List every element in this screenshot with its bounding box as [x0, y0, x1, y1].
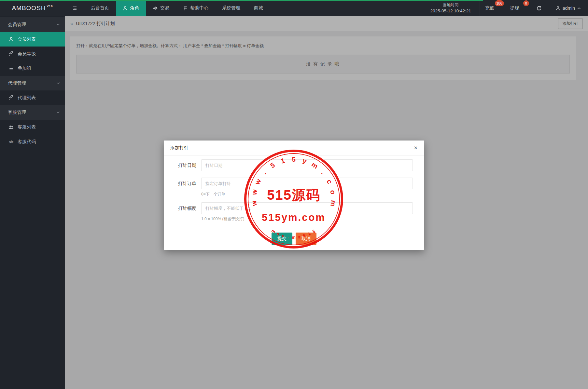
user-icon — [8, 37, 14, 42]
page-load-progress-bar — [0, 0, 483, 1]
sidebar-item-label: 会员列表 — [18, 36, 36, 42]
top-menu-label: 角色 — [130, 5, 139, 11]
sidebar-group-label: 会员管理 — [8, 22, 26, 28]
refresh-button[interactable] — [530, 0, 548, 16]
injection-date-label: 打针日期 — [169, 159, 196, 171]
form-row-rate: 打针幅度 1.0 = 100% (相当于没打) — [169, 202, 418, 222]
top-menu-item-home[interactable]: 后台首页 — [84, 0, 116, 16]
hamburger-icon — [72, 6, 77, 11]
chevron-down-icon — [56, 23, 60, 26]
top-menu-label: 商城 — [254, 5, 263, 11]
username: admin — [563, 6, 575, 11]
top-menu-label: 后台首页 — [91, 5, 109, 11]
sidebar-toggle-button[interactable] — [65, 0, 84, 16]
topbar: AMBOOSHV10 后台首页 角色 交易 帮助中心 — [0, 0, 588, 16]
sidebar-item-member-level[interactable]: 会员等级 — [0, 47, 65, 61]
sidebar-group-service-management[interactable]: 客服管理 — [0, 105, 65, 120]
sidebar-item-label: 代理列表 — [18, 95, 36, 101]
top-menu-item-roles[interactable]: 角色 — [116, 0, 146, 16]
flag-icon — [183, 6, 188, 11]
sidebar-item-label: 会员等级 — [18, 51, 36, 57]
sidebar-item-member-list[interactable]: 会员列表 — [0, 32, 65, 47]
injection-order-hint: 0=下一个订单 — [201, 192, 418, 197]
close-icon[interactable]: ✕ — [413, 145, 418, 150]
chevron-down-icon — [56, 111, 60, 114]
recharge-count-badge: 186 — [495, 0, 504, 6]
sidebar-group-agent-management[interactable]: 代理管理 — [0, 76, 65, 90]
scales-icon — [153, 6, 158, 11]
withdraw-count-badge: 0 — [523, 0, 529, 6]
layers-list-icon — [8, 66, 14, 71]
link-icon — [8, 51, 14, 56]
recharge-label: 充值 — [485, 5, 494, 11]
withdraw-label: 提现 — [510, 5, 519, 11]
top-menu-label: 系统管理 — [222, 5, 240, 11]
top-menu-item-help[interactable]: 帮助中心 — [176, 0, 215, 16]
topbar-right: 当地时间 2025-05-12 10:42:21 充值 186 提现 0 adm… — [422, 0, 588, 16]
recharge-menu-item[interactable]: 充值 186 — [480, 0, 505, 16]
injection-rate-label: 打针幅度 — [169, 202, 196, 214]
user-avatar-icon — [555, 6, 560, 11]
top-menu-label: 交易 — [160, 5, 169, 11]
link-icon — [8, 95, 14, 100]
sidebar-group-member-management[interactable]: 会员管理 — [0, 17, 65, 32]
refresh-icon — [536, 6, 542, 11]
sidebar-item-agent-list[interactable]: 代理列表 — [0, 90, 65, 105]
code-icon: </> — [8, 140, 14, 144]
top-menu-item-mall[interactable]: 商城 — [247, 0, 270, 16]
injection-rate-input[interactable] — [201, 202, 413, 214]
chevron-up-icon — [577, 7, 581, 9]
chevron-down-icon — [56, 82, 60, 84]
modal-body: 打针日期 打针订单 0=下一个订单 打针幅度 1.0 = 100% (相当于没打… — [164, 155, 424, 228]
sidebar-group-label: 客服管理 — [8, 110, 26, 115]
form-row-date: 打针日期 — [169, 159, 418, 171]
user-menu[interactable]: admin — [548, 0, 588, 16]
top-menu-label: 帮助中心 — [190, 5, 208, 11]
injection-order-label: 打针订单 — [169, 178, 196, 189]
injection-order-input[interactable] — [201, 178, 413, 189]
withdraw-menu-item[interactable]: 提现 0 — [505, 0, 530, 16]
app-version: V10 — [47, 5, 53, 8]
local-time-value: 2025-05-12 10:42:21 — [430, 9, 471, 13]
submit-button[interactable]: 提交 — [272, 233, 292, 245]
modal-footer: 提交 取消 — [164, 228, 424, 250]
modal-title: 添加打针 — [170, 145, 189, 151]
sidebar-group-label: 代理管理 — [8, 80, 26, 86]
sidebar-item-label: 叠加组 — [18, 66, 31, 72]
sidebar-item-label: 客服列表 — [18, 124, 36, 130]
sidebar-item-service-code[interactable]: </> 客服代码 — [0, 134, 65, 149]
cancel-button[interactable]: 取消 — [296, 233, 316, 245]
users-icon — [8, 125, 14, 129]
sidebar-item-service-list[interactable]: 客服列表 — [0, 120, 65, 134]
app-logo: AMBOOSHV10 — [0, 0, 65, 16]
injection-date-input[interactable] — [201, 159, 413, 171]
injection-rate-hint: 1.0 = 100% (相当于没打) — [201, 216, 418, 222]
top-menu-item-system[interactable]: 系统管理 — [215, 0, 247, 16]
form-row-order: 打针订单 0=下一个订单 — [169, 178, 418, 197]
sidebar-item-stack-group[interactable]: 叠加组 — [0, 61, 65, 76]
user-icon — [123, 6, 128, 11]
top-menu: 后台首页 角色 交易 帮助中心 系统管理 商城 — [84, 0, 270, 16]
modal-header: 添加打针 ✕ — [164, 141, 424, 155]
add-injection-modal: 添加打针 ✕ 打针日期 打针订单 0=下一个订单 打针幅度 1.0 = 100%… — [164, 141, 424, 250]
local-time: 当地时间 2025-05-12 10:42:21 — [422, 0, 480, 16]
app-logo-text: AMBOOSH — [12, 5, 46, 12]
top-menu-item-trade[interactable]: 交易 — [146, 0, 176, 16]
sidebar: 会员管理 会员列表 会员等级 叠加组 代理管理 代理列表 客服管理 — [0, 16, 65, 389]
local-time-label: 当地时间 — [443, 3, 458, 7]
sidebar-item-label: 客服代码 — [18, 139, 36, 145]
